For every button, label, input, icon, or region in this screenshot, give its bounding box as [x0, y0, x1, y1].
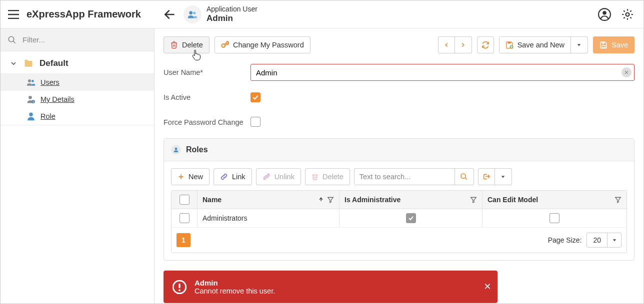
search-icon	[8, 35, 16, 44]
svg-rect-15	[508, 42, 510, 43]
filter-icon[interactable]	[614, 196, 622, 203]
delete-button[interactable]: Delete	[164, 36, 210, 53]
caret-down-icon	[612, 238, 617, 243]
row-canedit-checkbox[interactable]	[550, 213, 560, 223]
users-icon	[188, 9, 198, 19]
error-toast: Admin Cannot remove this user.	[164, 271, 498, 303]
column-header-name[interactable]: Name	[198, 191, 340, 209]
page-size-select[interactable]: 20	[586, 233, 622, 248]
svg-point-13	[29, 113, 33, 117]
mydetails-icon: i	[26, 95, 36, 104]
folder-icon	[24, 58, 34, 68]
settings-button[interactable]	[620, 6, 636, 22]
roles-panel: Roles New Link Unli	[164, 138, 634, 261]
check-icon	[408, 215, 414, 221]
save-and-new-icon	[506, 41, 514, 49]
isactive-checkbox[interactable]	[250, 92, 260, 102]
key-icon	[221, 41, 229, 49]
svg-rect-36	[178, 284, 180, 288]
row-isadmin-checkbox[interactable]	[406, 213, 416, 223]
sidebar-filter-input[interactable]	[22, 35, 147, 44]
sidebar-item-label: Role	[40, 112, 56, 120]
search-icon	[460, 173, 468, 181]
username-label: User Name*	[164, 68, 250, 76]
close-icon	[484, 282, 492, 290]
chevron-right-icon	[460, 41, 466, 48]
svg-line-7	[13, 41, 16, 43]
toast-close-button[interactable]	[484, 282, 492, 292]
svg-point-10	[28, 96, 32, 99]
check-icon	[252, 94, 259, 101]
entity-type-icon	[184, 5, 202, 23]
roles-new-label: New	[188, 173, 203, 181]
chevron-left-icon	[443, 41, 450, 48]
svg-point-8	[28, 79, 31, 82]
svg-marker-31	[328, 197, 334, 203]
svg-point-4	[602, 10, 606, 14]
roles-unlink-label: Unlink	[274, 173, 294, 181]
plus-icon	[178, 173, 184, 180]
users-icon	[26, 78, 36, 87]
svg-point-22	[175, 148, 178, 150]
filter-icon[interactable]	[327, 196, 334, 203]
toast-title: Admin	[194, 279, 275, 287]
roles-export-dropdown[interactable]	[495, 168, 512, 185]
svg-marker-29	[502, 176, 505, 178]
svg-point-14	[222, 44, 225, 47]
save-button[interactable]: Save	[593, 36, 634, 53]
close-icon	[624, 70, 629, 75]
menu-toggle[interactable]	[6, 7, 20, 21]
caret-down-icon	[576, 42, 582, 47]
roles-export-button[interactable]	[478, 168, 495, 185]
entity-name-label: Admin	[206, 13, 258, 23]
select-all-checkbox[interactable]	[180, 195, 190, 205]
change-password-label: Change My Password	[233, 41, 304, 49]
clear-username-button[interactable]	[622, 67, 632, 77]
person-icon	[173, 147, 179, 153]
roles-search-input[interactable]	[354, 169, 454, 185]
row-select-checkbox[interactable]	[180, 213, 190, 223]
next-record-button[interactable]	[455, 36, 472, 53]
save-and-new-button[interactable]: Save and New	[499, 36, 571, 53]
app-title: eXpressApp Framework	[26, 8, 141, 20]
sidebar-item-mydetails[interactable]: i My Details	[0, 91, 154, 108]
svg-line-27	[465, 178, 467, 180]
unlink-icon	[262, 173, 270, 181]
refresh-button[interactable]	[477, 36, 494, 53]
prev-record-button[interactable]	[438, 36, 455, 53]
isactive-label: Is Active	[164, 93, 250, 101]
save-and-new-dropdown[interactable]	[571, 36, 588, 53]
sidebar-item-role[interactable]: Role	[0, 108, 154, 125]
roles-search-button[interactable]	[454, 169, 474, 185]
toast-message: Cannot remove this user.	[194, 287, 275, 295]
account-button[interactable]	[596, 6, 612, 22]
roles-new-button[interactable]: New	[171, 168, 210, 185]
username-input[interactable]	[250, 64, 634, 81]
save-and-new-label: Save and New	[518, 41, 564, 49]
svg-point-6	[8, 36, 14, 42]
column-header-canedit[interactable]: Can Edit Model	[482, 191, 626, 209]
link-icon	[220, 173, 228, 181]
gear-icon	[621, 8, 634, 21]
sidebar-group-default[interactable]: Default	[0, 51, 154, 74]
page-size-dropdown[interactable]	[607, 233, 621, 247]
svg-point-5	[626, 12, 630, 16]
force-pwd-checkbox[interactable]	[250, 117, 260, 127]
row-name-cell: Administrators	[198, 209, 340, 227]
sidebar-item-label: Users	[40, 78, 60, 86]
caret-down-icon	[500, 174, 506, 179]
column-header-isadmin[interactable]: Is Administrative	[340, 191, 482, 209]
sidebar-filter	[0, 28, 154, 51]
back-button[interactable]	[160, 5, 178, 23]
roles-link-button[interactable]: Link	[214, 168, 252, 185]
page-number[interactable]: 1	[176, 233, 190, 247]
svg-marker-32	[471, 197, 476, 203]
filter-icon[interactable]	[470, 196, 477, 203]
sidebar-item-users[interactable]: Users	[0, 74, 154, 91]
entity-type-label: Application User	[206, 5, 258, 13]
roles-panel-icon	[171, 145, 181, 155]
trash-icon	[170, 41, 178, 49]
change-password-button[interactable]: Change My Password	[214, 36, 310, 53]
roles-panel-title: Roles	[186, 145, 208, 154]
table-row[interactable]: Administrators	[172, 209, 626, 228]
